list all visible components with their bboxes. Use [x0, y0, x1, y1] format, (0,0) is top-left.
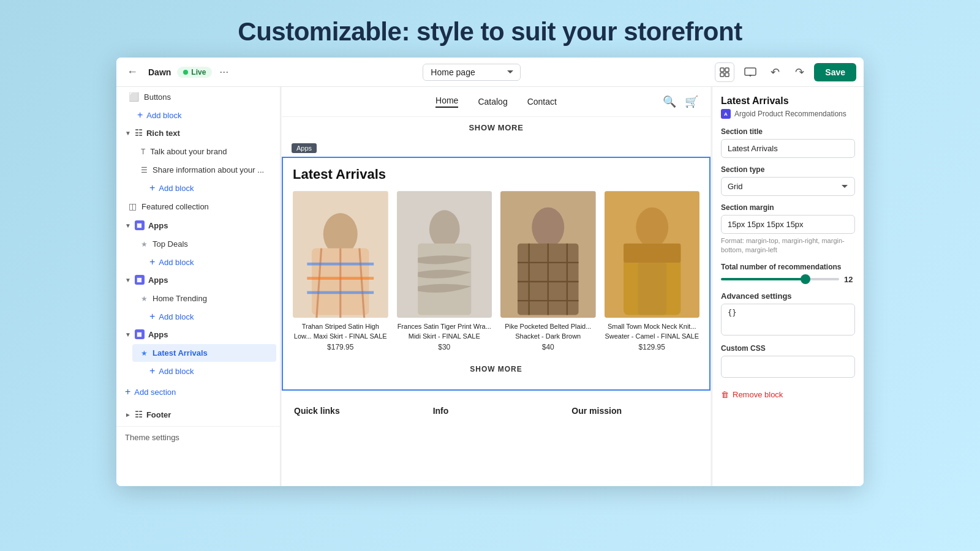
- svg-rect-3: [725, 73, 729, 77]
- text-icon-2: ☰: [141, 166, 148, 174]
- apps-icon-1: ▩: [135, 220, 145, 230]
- sidebar-item-home-trending[interactable]: ★ Home Trending: [132, 290, 276, 307]
- product-card-1[interactable]: Trahan Striped Satin High Low... Maxi Sk…: [293, 191, 388, 351]
- product-card-3[interactable]: Pike Pocketed Belted Plaid... Shacket - …: [500, 191, 596, 351]
- custom-css-label: Custom CSS: [721, 344, 855, 353]
- redo-button[interactable]: ↷: [790, 62, 809, 82]
- trash-icon: 🗑: [721, 390, 729, 399]
- live-badge: Live: [177, 67, 212, 78]
- svg-point-29: [636, 208, 668, 247]
- products-grid: Trahan Striped Satin High Low... Maxi Sk…: [293, 191, 699, 351]
- sidebar-section-footer[interactable]: ► ☷ Footer: [116, 405, 280, 424]
- nav-contact[interactable]: Contact: [527, 97, 557, 107]
- plus-icon-1: +: [137, 110, 143, 121]
- show-more-btn-products[interactable]: SHOW MORE: [293, 358, 699, 381]
- advanced-settings-label: Advanced settings: [721, 291, 855, 301]
- sidebar-item-share-info[interactable]: ☰ Share information about your ...: [132, 161, 276, 179]
- footer-icon: ☷: [135, 410, 143, 419]
- product-img-1: [293, 191, 388, 318]
- svg-rect-18: [418, 244, 471, 315]
- save-button[interactable]: Save: [814, 63, 856, 81]
- cart-icon[interactable]: 🛒: [685, 95, 698, 108]
- footer-col-1: Quick links: [294, 406, 421, 416]
- chevron-icon-apps-2: ▼: [125, 277, 131, 283]
- section-margin-hint: Format: margin-top, margin-right, margin…: [721, 236, 855, 255]
- sidebar-section-apps-1[interactable]: ▼ ▩ Apps: [116, 216, 280, 234]
- add-block-button-1[interactable]: + Add block: [116, 107, 280, 124]
- product-price-1: $179.95: [327, 343, 353, 351]
- nav-catalog[interactable]: Catalog: [478, 97, 507, 107]
- sidebar-item-featured-collection[interactable]: ◫ Featured collection: [120, 197, 276, 216]
- sidebar-label-buttons: Buttons: [144, 92, 171, 102]
- argoid-label: Argoid Product Recommendations: [734, 110, 846, 118]
- product-name-3: Pike Pocketed Belted Plaid... Shacket - …: [500, 322, 596, 341]
- desktop-view-button[interactable]: [741, 62, 760, 82]
- store-nav-icons: 🔍 🛒: [663, 95, 698, 108]
- add-block-button-2[interactable]: + Add block: [129, 179, 280, 197]
- section-type-select[interactable]: Grid List: [721, 177, 855, 196]
- topbar-center: Home page: [235, 64, 709, 81]
- rich-text-icon: ☷: [135, 128, 143, 138]
- page-headline: Customizable: style to suit your storefr…: [238, 17, 742, 47]
- svg-rect-15: [307, 291, 374, 294]
- topbar: ← Dawn Live ··· Home page: [116, 58, 864, 87]
- undo-button[interactable]: ↶: [765, 62, 785, 82]
- text-icon-1: T: [141, 148, 145, 156]
- section-margin-input[interactable]: [721, 215, 855, 234]
- featured-collection-icon: ◫: [129, 201, 137, 211]
- right-panel: Latest Arrivals A Argoid Product Recomme…: [712, 87, 864, 486]
- back-button[interactable]: ←: [124, 64, 141, 81]
- svg-rect-31: [624, 244, 680, 263]
- sidebar-item-latest-arrivals[interactable]: ★ Latest Arrivals: [132, 344, 276, 362]
- product-price-4: $129.95: [639, 343, 665, 351]
- add-block-button-4[interactable]: + Add block: [129, 308, 280, 325]
- section-margin-label: Section margin: [721, 203, 855, 212]
- section-title-input[interactable]: [721, 139, 855, 158]
- chevron-icon-rich-text: ▼: [125, 130, 131, 137]
- total-recommendations-label: Total number of recommendations: [721, 263, 855, 271]
- sidebar-section-apps-2[interactable]: ▼ ▩ Apps: [116, 271, 280, 289]
- product-card-4[interactable]: Small Town Mock Neck Knit... Sweater - C…: [605, 191, 700, 351]
- svg-rect-14: [307, 277, 374, 280]
- recommendations-slider[interactable]: [721, 278, 839, 280]
- slider-container: 12: [721, 275, 855, 284]
- svg-rect-32: [638, 263, 666, 315]
- grid-view-button[interactable]: [715, 62, 734, 82]
- svg-rect-13: [307, 263, 374, 266]
- apps-tag: Apps: [292, 143, 317, 153]
- custom-css-input[interactable]: [721, 356, 855, 378]
- svg-rect-2: [720, 73, 724, 77]
- editor-container: ← Dawn Live ··· Home page: [116, 58, 864, 486]
- add-section-button[interactable]: + Add section: [116, 383, 280, 400]
- sidebar-item-talk-about-brand[interactable]: T Talk about your brand: [132, 143, 276, 160]
- product-name-4: Small Town Mock Neck Knit... Sweater - C…: [605, 322, 700, 341]
- sidebar-item-top-deals[interactable]: ★ Top Deals: [132, 235, 276, 253]
- footer-col-3: Our mission: [571, 406, 698, 416]
- product-card-2[interactable]: Frances Satin Tiger Print Wra... Midi Sk…: [397, 191, 492, 351]
- argoid-icon: A: [721, 109, 731, 119]
- theme-settings-row[interactable]: Theme settings: [116, 426, 280, 448]
- canvas-content: Home Catalog Contact 🔍 🛒 SHOW MORE Apps: [282, 87, 710, 486]
- section-type-label: Section type: [721, 165, 855, 174]
- add-block-button-5[interactable]: + Add block: [129, 362, 280, 380]
- panel-subtitle: A Argoid Product Recommendations: [721, 109, 855, 119]
- panel-title: Latest Arrivals: [721, 96, 855, 107]
- add-block-button-3[interactable]: + Add block: [129, 253, 280, 271]
- latest-arrivals-section: Latest Arrivals: [282, 157, 710, 391]
- plus-icon-3: +: [149, 257, 155, 268]
- remove-block-button[interactable]: 🗑 Remove block: [721, 388, 855, 402]
- more-options-button[interactable]: ···: [219, 66, 228, 78]
- star-icon-3: ★: [141, 349, 148, 358]
- chevron-icon-apps-1: ▼: [125, 222, 131, 229]
- svg-rect-1: [725, 68, 729, 72]
- sidebar-section-rich-text[interactable]: ▼ ☷ Rich text: [116, 124, 280, 142]
- advanced-settings-input[interactable]: {}: [721, 304, 855, 335]
- search-icon[interactable]: 🔍: [663, 95, 676, 108]
- sidebar-item-buttons[interactable]: ⬜ Buttons: [120, 88, 276, 106]
- theme-name: Dawn: [148, 67, 171, 77]
- page-select[interactable]: Home page: [423, 64, 521, 81]
- nav-home[interactable]: Home: [435, 96, 458, 108]
- editor-main: ⬜ Buttons + Add block ▼ ☷ Rich text T Ta…: [116, 87, 864, 486]
- live-dot-icon: [183, 70, 188, 75]
- sidebar-section-apps-3[interactable]: ▼ ▩ Apps: [116, 325, 280, 343]
